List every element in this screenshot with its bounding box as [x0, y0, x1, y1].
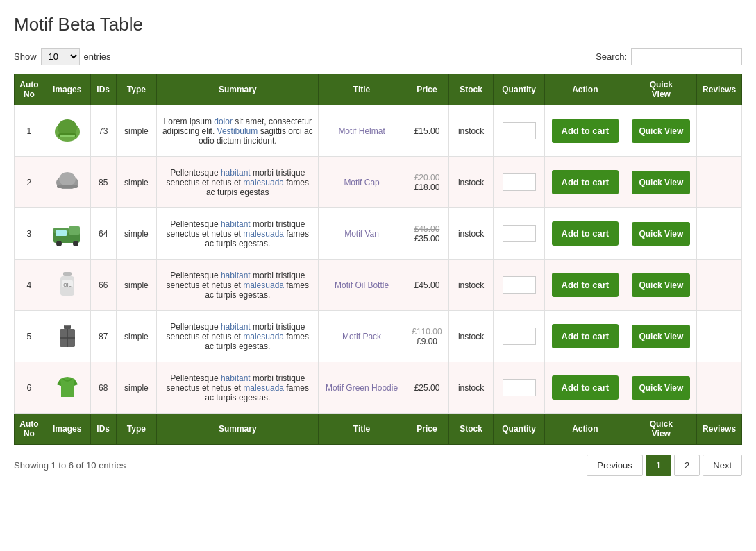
cell-image [44, 260, 90, 311]
cell-reviews [697, 362, 742, 414]
cell-stock: instock [449, 157, 494, 208]
quantity-input[interactable] [503, 276, 536, 294]
cell-image [44, 157, 90, 208]
cell-price: £15.00 [405, 105, 449, 157]
table-row: 173simpleLorem ipsum dolor sit amet, con… [15, 105, 742, 157]
cell-ids: 64 [90, 208, 116, 260]
col-header-quick-view: QuickView [625, 74, 697, 105]
cell-title: Motif Helmat [319, 105, 405, 157]
product-title-link[interactable]: Motif Van [344, 229, 379, 239]
quantity-input[interactable] [503, 225, 536, 242]
footer-col-images: Images [44, 414, 90, 445]
table-row: 466simplePellentesque habitant morbi tri… [15, 260, 742, 311]
cell-quantity [493, 311, 544, 362]
col-header-summary: Summary [157, 74, 319, 105]
cell-auto-no: 4 [15, 260, 44, 311]
cell-title: Motif Pack [319, 311, 405, 362]
quick-view-button[interactable]: Quick View [632, 119, 690, 143]
col-header-action: Action [545, 74, 625, 105]
cell-stock: instock [449, 105, 494, 157]
footer-col-summary: Summary [157, 414, 319, 445]
cell-type: simple [116, 311, 156, 362]
price-current: £25.00 [414, 383, 440, 393]
cell-summary: Pellentesque habitant morbi tristique se… [157, 362, 319, 414]
add-to-cart-button[interactable]: Add to cart [552, 221, 619, 246]
product-image [50, 318, 85, 353]
cell-auto-no: 5 [15, 311, 44, 362]
footer-col-auto-no: AutoNo [15, 414, 44, 445]
cell-quick-view: Quick View [625, 157, 697, 208]
price-current: £35.00 [410, 234, 445, 244]
add-to-cart-button[interactable]: Add to cart [552, 170, 619, 194]
cell-quantity [493, 260, 544, 311]
cell-reviews [697, 260, 742, 311]
cell-reviews [697, 311, 742, 362]
quick-view-button[interactable]: Quick View [632, 325, 690, 348]
cell-title: Motif Green Hoodie [319, 362, 405, 414]
add-to-cart-button[interactable]: Add to cart [552, 119, 619, 143]
footer-col-action: Action [545, 414, 625, 445]
table-row: 285simplePellentesque habitant morbi tri… [15, 157, 742, 208]
cell-reviews [697, 157, 742, 208]
bottom-info: Showing 1 to 6 of 10 entries Previous 1 … [14, 455, 742, 476]
quick-view-button[interactable]: Quick View [632, 376, 690, 400]
cell-title: Motif Oil Bottle [319, 260, 405, 311]
cell-price: £45.00 [405, 260, 449, 311]
cell-action: Add to cart [545, 105, 625, 157]
quantity-input[interactable] [503, 122, 536, 139]
col-header-ids: IDs [90, 74, 116, 105]
footer-col-quick-view: QuickView [625, 414, 697, 445]
pagination: Previous 1 2 Next [587, 455, 742, 476]
quick-view-button[interactable]: Quick View [632, 171, 690, 194]
product-title-link[interactable]: Motif Oil Bottle [335, 280, 389, 290]
price-current: £15.00 [414, 126, 440, 136]
price-original: £45.00 [410, 224, 445, 234]
product-title-link[interactable]: Motif Cap [344, 178, 379, 187]
product-image [50, 369, 85, 404]
footer-col-title: Title [319, 414, 405, 445]
search-label: Search: [596, 51, 627, 62]
table-row: 668simplePellentesque habitant morbi tri… [15, 362, 742, 414]
product-title-link[interactable]: Motif Green Hoodie [326, 383, 398, 393]
cell-ids: 87 [90, 311, 116, 362]
cell-price: £25.00 [405, 362, 449, 414]
footer-col-stock: Stock [449, 414, 494, 445]
product-title-link[interactable]: Motif Pack [342, 332, 381, 341]
footer-col-reviews: Reviews [697, 414, 742, 445]
col-header-type: Type [116, 74, 156, 105]
price-original: £110.00 [410, 327, 445, 337]
quantity-input[interactable] [503, 173, 536, 191]
quantity-input[interactable] [503, 328, 536, 345]
previous-button[interactable]: Previous [587, 455, 643, 476]
product-image [50, 112, 85, 147]
quantity-input[interactable] [503, 379, 536, 396]
add-to-cart-button[interactable]: Add to cart [552, 273, 619, 297]
quick-view-button[interactable]: Quick View [632, 222, 690, 246]
cell-action: Add to cart [545, 311, 625, 362]
cell-stock: instock [449, 208, 494, 260]
search-input[interactable] [631, 48, 742, 65]
table-row: 364simplePellentesque habitant morbi tri… [15, 208, 742, 260]
quick-view-button[interactable]: Quick View [632, 273, 690, 297]
col-header-price: Price [405, 74, 449, 105]
cell-quick-view: Quick View [625, 260, 697, 311]
add-to-cart-button[interactable]: Add to cart [552, 324, 619, 348]
cell-quantity [493, 362, 544, 414]
add-to-cart-button[interactable]: Add to cart [552, 375, 619, 400]
show-label: Show [14, 51, 37, 62]
cell-summary: Pellentesque habitant morbi tristique se… [157, 157, 319, 208]
page-1-button[interactable]: 1 [646, 455, 671, 476]
cell-stock: instock [449, 260, 494, 311]
cell-image [44, 311, 90, 362]
col-header-title: Title [319, 74, 405, 105]
top-controls: Show 10 25 50 100 entries Search: [14, 48, 742, 65]
cell-auto-no: 3 [15, 208, 44, 260]
next-button[interactable]: Next [703, 455, 742, 476]
show-entries-select[interactable]: 10 25 50 100 [41, 48, 80, 65]
product-title-link[interactable]: Motif Helmat [338, 126, 385, 136]
page-2-button[interactable]: 2 [674, 455, 700, 476]
cell-title: Motif Van [319, 208, 405, 260]
cell-auto-no: 6 [15, 362, 44, 414]
cell-title: Motif Cap [319, 157, 405, 208]
cell-type: simple [116, 105, 156, 157]
